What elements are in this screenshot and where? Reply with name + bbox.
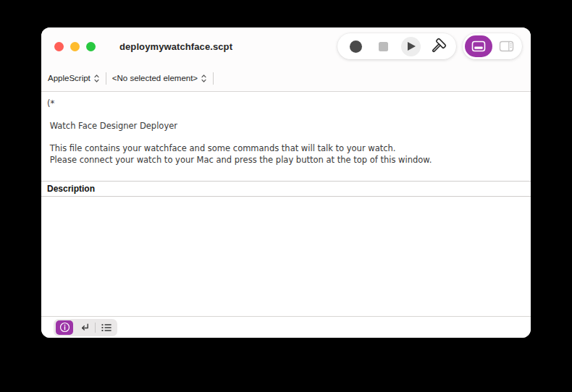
- description-tab-button[interactable]: [56, 320, 73, 335]
- script-editor-text-area[interactable]: (* Watch Face Designer Deployer This fil…: [41, 92, 531, 181]
- show-bottom-bar-button[interactable]: [465, 35, 492, 57]
- compile-button[interactable]: [424, 33, 452, 59]
- element-popup[interactable]: <No selected element>: [112, 74, 207, 83]
- info-circle-icon: [59, 322, 70, 333]
- description-section-header: Description: [41, 181, 531, 197]
- record-button[interactable]: [342, 33, 369, 59]
- stop-button[interactable]: [369, 33, 397, 59]
- play-icon: [401, 37, 421, 56]
- zoom-window-button[interactable]: [86, 42, 96, 51]
- language-popup-label: AppleScript: [48, 74, 91, 82]
- view-toggle-group: [463, 33, 522, 59]
- script-controls-group: [337, 33, 456, 59]
- hammer-icon: [429, 37, 447, 56]
- run-button[interactable]: [397, 33, 424, 59]
- result-tab-button[interactable]: [75, 320, 93, 335]
- chevron-up-down-icon: [201, 74, 207, 83]
- bottom-bar: [41, 316, 531, 338]
- log-tab-button[interactable]: [98, 320, 115, 335]
- navbar-separator: [213, 72, 214, 85]
- language-popup[interactable]: AppleScript: [48, 74, 100, 83]
- record-icon: [350, 41, 362, 53]
- bulleted-list-icon: [101, 323, 112, 333]
- navigation-bar: AppleScript <No selected element>: [41, 65, 531, 92]
- return-arrow-icon: [79, 322, 90, 333]
- panel-bottom-icon: [471, 41, 486, 52]
- script-editor-window: deploymywatchface.scpt: [41, 27, 531, 338]
- panel-right-icon: [499, 41, 514, 52]
- show-sidebar-button[interactable]: [492, 35, 520, 57]
- element-popup-label: <No selected element>: [112, 74, 198, 82]
- description-header-label: Description: [47, 184, 95, 194]
- close-window-button[interactable]: [54, 42, 64, 51]
- bottom-tab-separator: [95, 323, 96, 333]
- navbar-separator: [106, 72, 106, 85]
- bottom-tab-group: [54, 319, 117, 336]
- titlebar: deploymywatchface.scpt: [41, 27, 531, 65]
- minimize-window-button[interactable]: [70, 42, 80, 51]
- chevron-up-down-icon: [93, 74, 100, 83]
- traffic-lights: [54, 42, 96, 51]
- description-content-area[interactable]: [41, 197, 531, 316]
- window-title: deploymywatchface.scpt: [119, 41, 232, 52]
- stop-icon: [379, 42, 388, 51]
